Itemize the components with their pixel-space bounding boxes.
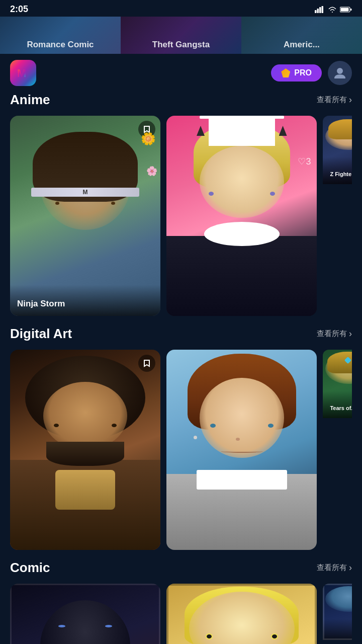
card-cartoon-3d[interactable]: Cartoon 3D (166, 350, 317, 550)
card-legend-warrior[interactable]: Legend Warrior (10, 350, 160, 550)
card-comic-2[interactable] (166, 584, 317, 644)
bookmark-icon-2 (143, 359, 151, 367)
card-comic-3[interactable] (323, 584, 352, 644)
digital-art-cards-row: Legend Warrior (10, 350, 352, 550)
pro-label: PRO (294, 68, 312, 77)
logo-icon: M (15, 65, 31, 81)
digital-art-chevron-icon: › (349, 329, 352, 339)
anime-chevron-icon: › (349, 95, 352, 105)
digital-art-view-all[interactable]: 查看所有 › (317, 329, 352, 339)
status-bar: 2:05 (0, 0, 362, 17)
svg-rect-2 (319, 7, 321, 13)
card-maid-dressing[interactable]: ♡3 Maid Dressing (166, 116, 317, 316)
comic-section-header: Comic 查看所有 › (10, 560, 352, 576)
user-icon (333, 66, 346, 79)
svg-text:M: M (17, 67, 26, 79)
digital-art-title: Digital Art (10, 326, 72, 342)
anime-view-all-label: 查看所有 (317, 95, 347, 105)
comic-view-all[interactable]: 查看所有 › (317, 562, 352, 573)
digital-art-view-all-label: 查看所有 (317, 329, 347, 339)
pro-badge-button[interactable]: PRO (271, 64, 322, 82)
digital-art-section-header: Digital Art 查看所有 › (10, 326, 352, 342)
comic-section: Comic 查看所有 › (0, 560, 362, 644)
digital-art-section: Digital Art 查看所有 › (0, 326, 362, 550)
status-time: 2:05 (10, 4, 28, 15)
banner-item-romance[interactable]: Romance Comic (0, 17, 121, 54)
svg-rect-6 (350, 9, 352, 11)
banner-label-romance: Romance Comic (27, 40, 94, 50)
svg-rect-3 (322, 6, 324, 13)
anime-title: Anime (10, 92, 50, 108)
app-logo[interactable]: M (10, 60, 36, 86)
anime-card-label-ninja: Ninja Storm (10, 285, 160, 316)
status-icons (315, 6, 352, 13)
svg-rect-5 (341, 8, 349, 11)
anime-cards-row: M 🌼 🌸 Ninja Storm (10, 116, 352, 316)
comic-chevron-icon: › (349, 562, 352, 573)
card-ninja-storm[interactable]: M 🌼 🌸 Ninja Storm (10, 116, 160, 316)
anime-view-all[interactable]: 查看所有 › (317, 95, 352, 105)
header: M PRO (0, 54, 362, 92)
digital-art-card-save-warrior[interactable] (138, 355, 155, 372)
signal-icon (315, 6, 325, 13)
header-actions: PRO (271, 61, 352, 85)
avatar-button[interactable] (328, 61, 352, 85)
svg-point-8 (337, 68, 343, 74)
banner-item-america[interactable]: Americ... (241, 17, 362, 54)
card-comic-1[interactable] (10, 584, 160, 644)
comic-view-all-label: 查看所有 (317, 563, 347, 573)
battery-icon (340, 7, 352, 13)
wifi-icon (328, 6, 337, 13)
svg-rect-1 (317, 9, 319, 13)
anime-card-label-z: Z Fighter (323, 157, 352, 184)
svg-rect-0 (315, 10, 317, 13)
comic-cards-row (10, 584, 352, 644)
digital-art-card-label-tears: Tears of... (323, 391, 352, 418)
card-z-fighter[interactable]: Z Fighter (323, 116, 352, 316)
pro-diamond-icon (281, 68, 290, 77)
anime-section: Anime 查看所有 › M 🌼 🌸 (0, 92, 362, 316)
comic-title: Comic (10, 560, 50, 576)
banner-label-theft: Theft Gangsta (152, 40, 210, 50)
card-tears-of[interactable]: Tears of... (323, 350, 352, 550)
anime-section-header: Anime 查看所有 › (10, 92, 352, 108)
top-banner[interactable]: Romance Comic Theft Gangsta Americ... (0, 17, 362, 54)
banner-label-america: Americ... (284, 40, 320, 50)
banner-item-theft[interactable]: Theft Gangsta (121, 17, 241, 54)
